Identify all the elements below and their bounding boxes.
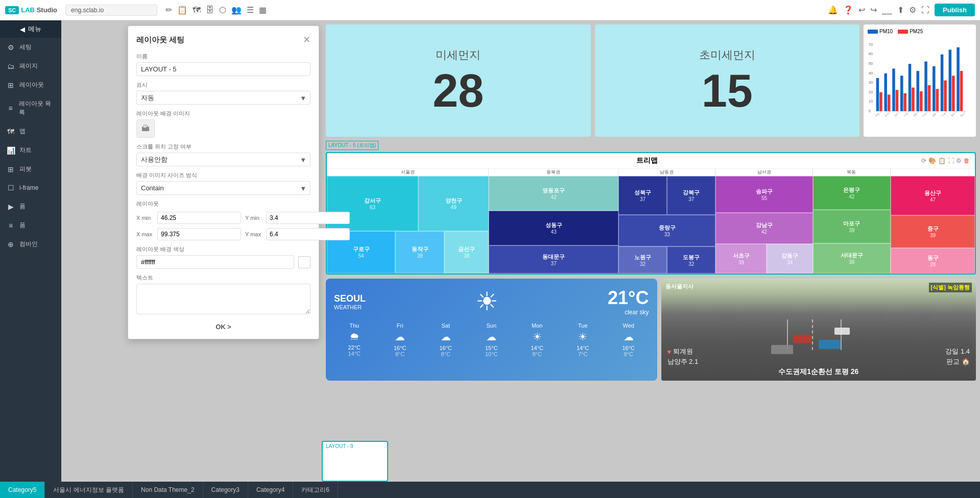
svg-text:동작구: 동작구 xyxy=(950,110,958,117)
topbar: SC LAB Studio eng.sclab.io ✏ 📋 🗺 🗄 ⬡ 👥 ☰… xyxy=(0,0,980,20)
weather-temp-value: 21°C xyxy=(608,287,649,309)
cube-icon[interactable]: ⬡ xyxy=(219,5,226,15)
bottom-tab-category4[interactable]: Category4 xyxy=(248,482,293,498)
tm-cell-dobong-name: 도봉구 xyxy=(683,254,700,261)
tm-cell-geumcheon-val: 38 xyxy=(464,253,469,259)
bg-size-select[interactable]: Contain Cover Auto xyxy=(136,181,310,195)
sidebar-item-pivot[interactable]: ⊞ 피봇 xyxy=(0,160,61,179)
sidebar-collapse-icon[interactable]: ◀ xyxy=(20,26,25,33)
sidebar-title: 메뉴 xyxy=(28,24,41,34)
tm-cell-nowon[interactable]: 노원구 32 xyxy=(618,246,667,273)
tm-cell-seocho-val: 39 xyxy=(738,260,744,265)
sidebar-item-settings[interactable]: ⚙ 세팅 xyxy=(0,38,61,57)
bottom-tab-category6-kr[interactable]: 카테고리6 xyxy=(293,482,338,498)
weather-mon-lo: 8°C xyxy=(531,351,543,357)
sidebar-item-layout-list[interactable]: ≡ 레이아웃 목록 xyxy=(0,94,61,122)
tm-cell-seongdong[interactable]: 성동구 43 xyxy=(489,211,618,245)
name-input[interactable] xyxy=(136,62,310,76)
display-select[interactable]: 자동 수동 xyxy=(136,91,310,105)
ymin-input[interactable] xyxy=(266,212,350,224)
download-icon[interactable]: ⬆ xyxy=(897,5,904,15)
tm-cell-gangnam[interactable]: 강남구 42 xyxy=(715,213,812,243)
tm-cell-eunpyeong[interactable]: 은평구 42 xyxy=(813,176,891,210)
fullscreen-icon[interactable]: ⛶ xyxy=(921,6,929,15)
tm-cell-dongjak[interactable]: 동작구 39 xyxy=(395,231,444,273)
bottom-tab-category3[interactable]: Category3 xyxy=(203,482,248,498)
undo-icon[interactable]: ↩ xyxy=(858,5,865,15)
tm-cell-dongdaemun[interactable]: 동대문구 37 xyxy=(489,245,618,273)
tm-cell-jungnang[interactable]: 중랑구 33 xyxy=(618,215,715,246)
tm-cell-mapo[interactable]: 마포구 39 xyxy=(813,210,891,243)
sidebar-item-combine[interactable]: ⊕ 컴바인 xyxy=(0,235,61,254)
tm-cell-seongbuk-val: 37 xyxy=(640,196,646,202)
bottom-tab-seoul[interactable]: 서울시 에너지정보 플랫폼 xyxy=(45,482,133,498)
color-swatch[interactable] xyxy=(298,256,310,268)
weather-wed-lo: 8°C xyxy=(622,351,635,357)
share-icon[interactable]: ⎯⎯ xyxy=(882,6,892,15)
bottom-tab-nondata[interactable]: Non Data Theme_2 xyxy=(133,482,203,498)
modal-close-button[interactable]: ✕ xyxy=(303,34,310,45)
tm-cell-yongsan[interactable]: 용산구 47 xyxy=(891,176,975,215)
tm-cell-dongjak-val: 39 xyxy=(417,253,423,259)
ok-button[interactable]: OK > xyxy=(216,323,231,331)
tm-cell-geumcheon[interactable]: 금선구 38 xyxy=(444,231,489,273)
sidebar-label-combine: 컴바인 xyxy=(19,240,38,248)
tm-cell-gangseo-name: 강서구 xyxy=(364,197,381,205)
treemap-icon-expand[interactable]: ⛶ xyxy=(948,157,954,164)
url-bar[interactable]: eng.sclab.io xyxy=(65,5,157,16)
tm-cell-junggu[interactable]: 중구 39 xyxy=(891,215,975,248)
xmin-row: X min xyxy=(136,212,241,224)
tm-cell-yeongdeungpo[interactable]: 영등포구 42 xyxy=(489,176,618,211)
treemap-icon-color[interactable]: 🎨 xyxy=(928,157,936,164)
scroll-select[interactable]: 사용안함 사용함 xyxy=(136,153,310,166)
sidebar-item-chart[interactable]: 📊 차트 xyxy=(0,141,61,160)
sidebar-item-layouts[interactable]: ⊞ 레이아웃 xyxy=(0,76,61,94)
traffic-info-left: ♥ 퇴계원 xyxy=(667,347,694,356)
tm-cell-seodaemun[interactable]: 서대문구 38 xyxy=(813,243,891,273)
publish-button[interactable]: Publish xyxy=(935,4,975,16)
bg-size-select-wrap: Contain Cover Auto ▼ xyxy=(136,181,310,195)
edit-icon[interactable]: ✏ xyxy=(165,5,172,15)
tm-cell-dobong[interactable]: 도봉구 32 xyxy=(667,246,715,273)
bg-color-input[interactable] xyxy=(136,255,294,269)
sidebar-item-form[interactable]: ≡ 폼 xyxy=(0,216,61,235)
ymax-input[interactable] xyxy=(266,228,350,240)
sidebar-item-map[interactable]: 🗺 맵 xyxy=(0,122,61,141)
bg-image-button[interactable]: 🏔 xyxy=(136,119,155,138)
list-icon[interactable]: ☰ xyxy=(247,5,254,15)
settings-icon[interactable]: ⚙ xyxy=(909,5,916,15)
treemap-icon-delete[interactable]: 🗑 xyxy=(964,157,970,164)
tm-cell-yangcheon-name: 양천구 xyxy=(445,197,462,205)
tm-cell-songpa[interactable]: 송파구 55 xyxy=(715,176,812,213)
map-icon[interactable]: 🗺 xyxy=(193,6,201,15)
tm-cell-seocho[interactable]: 서초구 39 xyxy=(715,244,767,273)
svg-text:성동구: 성동구 xyxy=(931,110,939,117)
tm-cell-yangcheon[interactable]: 양천구 49 xyxy=(418,176,489,231)
treemap-icon-refresh[interactable]: ⟳ xyxy=(921,157,926,164)
sidebar-item-iframe[interactable]: ☐ i-frame xyxy=(0,179,61,197)
layout-coords-label: 레이아웃 xyxy=(136,200,310,208)
file-icon[interactable]: 📋 xyxy=(177,5,187,15)
treemap-icon-copy[interactable]: 📋 xyxy=(938,157,946,164)
sidebar-item-pages[interactable]: 🗂 페이지 xyxy=(0,57,61,76)
text-textarea[interactable] xyxy=(136,284,310,314)
redo-icon[interactable]: ↪ xyxy=(870,5,877,15)
xmax-input[interactable] xyxy=(157,228,241,240)
users-icon[interactable]: 👥 xyxy=(231,5,242,15)
table-icon[interactable]: ▦ xyxy=(259,5,267,15)
top-row: 미세먼지 28 초미세먼지 15 PM10 xyxy=(326,24,976,137)
bottom-tab-category5[interactable]: Category5 xyxy=(0,482,45,498)
traffic-namyangju: 남양주 2.1 xyxy=(667,357,699,366)
database-icon[interactable]: 🗄 xyxy=(206,6,214,15)
tm-cell-gangdong[interactable]: 강동구 34 xyxy=(767,244,812,273)
tm-cell-seongbuk[interactable]: 성북구 37 xyxy=(618,176,667,215)
chart-widget: PM10 PM25 70 60 50 40 30 xyxy=(864,24,976,137)
tm-cell-eunpyeong-name: 은평구 xyxy=(843,186,860,194)
tm-cell-gangbuk[interactable]: 강북구 37 xyxy=(667,176,715,215)
tm-cell-donggu[interactable]: 동구 28 xyxy=(891,248,975,273)
treemap-icon-settings[interactable]: ⚙ xyxy=(956,157,962,164)
xmin-input[interactable] xyxy=(157,212,241,224)
help-icon[interactable]: ❓ xyxy=(843,5,853,15)
bell-icon[interactable]: 🔔 xyxy=(828,5,838,15)
sidebar-item-youtube[interactable]: ▶ 폼 xyxy=(0,197,61,216)
